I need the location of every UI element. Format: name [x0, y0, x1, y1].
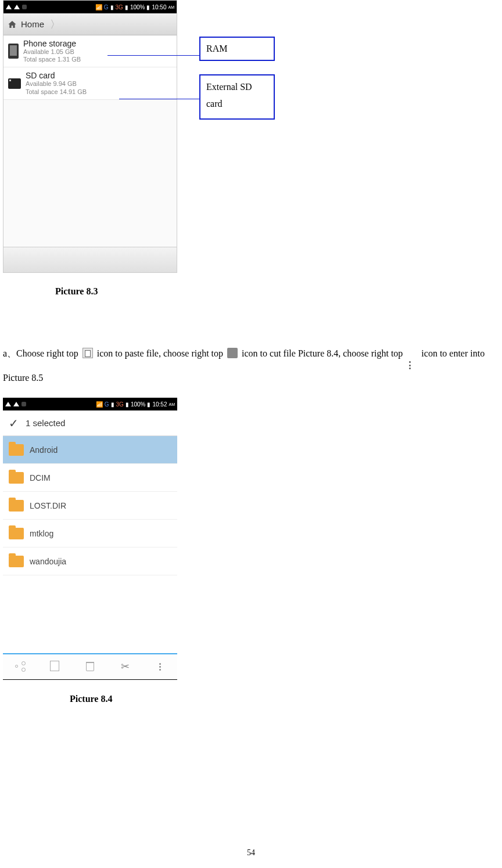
sd-card-total: Total space 14.91 GB [26, 88, 87, 96]
status-bar-2: 📶 G ▮ 3G ▮ 100% ▮ 10:52 AM [3, 398, 177, 410]
folder-name: wandoujia [30, 557, 66, 566]
status-ampm: AM [169, 402, 175, 406]
share-icon [15, 661, 26, 672]
folder-item-android[interactable]: Android [3, 436, 177, 464]
phone-storage-total: Total space 1.31 GB [23, 56, 81, 63]
folder-name: Android [30, 445, 58, 455]
overflow-menu-icon [407, 348, 417, 358]
folder-name: LOST.DIR [30, 501, 66, 510]
cut-button[interactable]: ✂ [119, 661, 131, 672]
annotation-line-ram [107, 55, 199, 56]
network-3g-label: 3G [116, 401, 124, 408]
bottom-bar [3, 247, 177, 272]
debug-icon [21, 402, 26, 406]
sd-card-icon [8, 78, 21, 89]
paste-icon [83, 348, 93, 358]
wifi-icon: 📶 [95, 4, 102, 10]
para-part3: icon to cut file Picture 8.4, choose rig… [242, 348, 405, 358]
annotation-ram: RAM [199, 37, 275, 61]
done-icon[interactable]: ✓ [9, 416, 19, 430]
status-time: 10:52 [152, 401, 167, 408]
sd-card-item[interactable]: SD card Available 9.94 GB Total space 14… [3, 67, 177, 99]
status-ampm: AM [168, 5, 175, 9]
network-g-label: G [105, 401, 109, 408]
selection-header[interactable]: ✓ 1 selected [3, 410, 177, 436]
folder-icon [9, 528, 24, 539]
battery-percent: 100% [131, 401, 146, 408]
phone-storage-title: Phone storage [23, 39, 81, 48]
breadcrumb-home[interactable]: Home 〉 [3, 13, 177, 35]
phone-storage-available: Available 1.05 GB [23, 48, 81, 56]
debug-icon [22, 5, 27, 9]
folder-name: DCIM [30, 473, 51, 482]
cut-icon [227, 348, 238, 358]
copy-button[interactable] [49, 661, 61, 672]
delete-button[interactable] [84, 661, 96, 672]
folder-icon [9, 444, 24, 456]
folder-icon [9, 556, 24, 567]
action-toolbar: ✂ [3, 653, 177, 679]
battery-icon: ▮ [147, 401, 150, 408]
folder-item-mtklog[interactable]: mtklog [3, 520, 177, 548]
notification-icon [6, 5, 12, 9]
overflow-icon [159, 663, 161, 671]
instruction-paragraph: a、Choose right top icon to paste file, c… [3, 341, 499, 390]
signal-icon-2: ▮ [126, 401, 129, 408]
caption-picture-8-3: Picture 8.3 [55, 286, 98, 297]
copy-icon [51, 662, 59, 671]
status-time: 10:50 [152, 4, 166, 10]
annotation-sd-text: External SD card [206, 82, 252, 109]
annotation-sd: External SD card [199, 74, 275, 120]
scissors-icon: ✂ [121, 660, 130, 673]
signal-icon: ▮ [111, 401, 114, 408]
warning-icon [14, 5, 20, 9]
network-3g-label: 3G [116, 4, 123, 10]
battery-icon: ▮ [146, 4, 150, 10]
home-label: Home [21, 19, 44, 29]
phone-storage-item[interactable]: Phone storage Available 1.05 GB Total sp… [3, 35, 177, 67]
para-part1: a、Choose right top [3, 348, 81, 358]
annotation-ram-text: RAM [206, 44, 227, 54]
home-icon [7, 20, 17, 29]
chevron-right-icon: 〉 [50, 17, 60, 31]
signal-icon-2: ▮ [125, 4, 128, 10]
caption-picture-8-4: Picture 8.4 [70, 694, 112, 704]
phone-storage-icon [8, 44, 19, 59]
figure-underline [3, 679, 177, 680]
network-g-label: G [104, 4, 109, 10]
folder-icon [9, 472, 24, 484]
status-bar: 📶 G ▮ 3G ▮ 100% ▮ 10:50 AM [3, 1, 177, 13]
folder-icon [9, 500, 24, 512]
sd-card-available: Available 9.94 GB [26, 80, 87, 88]
wifi-icon: 📶 [96, 401, 103, 408]
annotation-line-sd [119, 99, 199, 99]
warning-icon [13, 402, 19, 406]
notification-icon [5, 402, 11, 406]
trash-icon [86, 662, 94, 671]
folder-item-wandoujia[interactable]: wandoujia [3, 548, 177, 575]
share-button[interactable] [15, 661, 26, 672]
selected-count-label: 1 selected [26, 418, 65, 428]
more-button[interactable] [154, 661, 166, 672]
battery-percent: 100% [130, 4, 145, 10]
para-part2: icon to paste file, choose right top [97, 348, 225, 358]
folder-item-lostdir[interactable]: LOST.DIR [3, 492, 177, 520]
signal-icon: ▮ [110, 4, 114, 10]
page-number: 54 [0, 848, 502, 858]
folder-name: mtklog [30, 529, 53, 538]
folder-item-dcim[interactable]: DCIM [3, 464, 177, 492]
sd-card-title: SD card [26, 71, 87, 80]
file-manager-home-screenshot: 📶 G ▮ 3G ▮ 100% ▮ 10:50 AM Home 〉 Phone … [3, 0, 177, 273]
file-manager-selection-screenshot: 📶 G ▮ 3G ▮ 100% ▮ 10:52 AM ✓ 1 selected … [3, 398, 177, 679]
